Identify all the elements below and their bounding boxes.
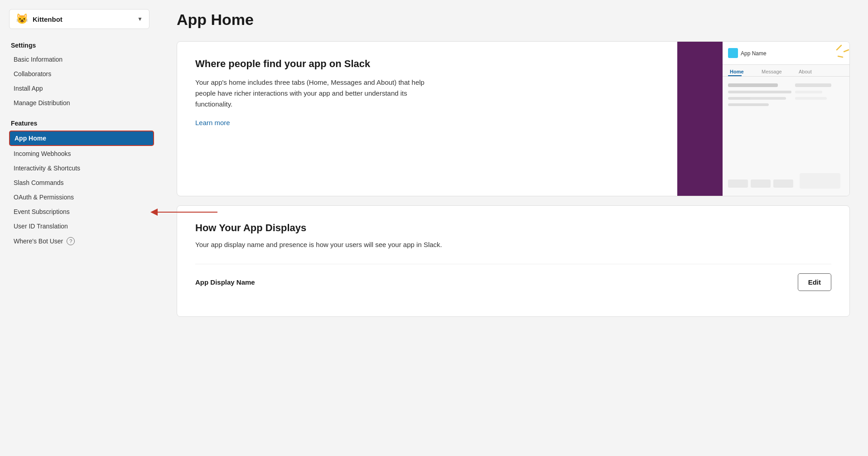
hero-title: Where people find your app on Slack [195, 58, 659, 70]
svg-rect-11 [728, 83, 778, 87]
settings-section: Settings Basic Information Collaborators… [9, 42, 163, 111]
sidebar-item-install-app[interactable]: Install App [9, 82, 154, 95]
app-display-name-label: App Display Name [195, 278, 255, 286]
sidebar-item-oauth-permissions[interactable]: OAuth & Permissions [9, 190, 154, 204]
app-display-name-row: App Display Name Edit [195, 264, 831, 300]
page-title: App Home [177, 11, 850, 29]
card-hero-content: Where people find your app on Slack Your… [177, 42, 677, 196]
display-card-body: Your app display name and presence is ho… [195, 239, 831, 250]
sidebar-item-collaborators[interactable]: Collaborators [9, 67, 154, 81]
svg-rect-0 [677, 42, 723, 196]
sidebar-item-wheres-bot-user[interactable]: Where's Bot User ? [9, 234, 154, 248]
chevron-down-icon: ▼ [137, 16, 143, 22]
sidebar-item-incoming-webhooks[interactable]: Incoming Webhooks [9, 147, 154, 160]
sidebar: 😺 Kittenbot ▼ Settings Basic Information… [0, 0, 163, 456]
svg-rect-7 [728, 75, 742, 76]
app-selector[interactable]: 😺 Kittenbot ▼ [9, 9, 149, 29]
sidebar-item-slash-commands[interactable]: Slash Commands [9, 176, 154, 189]
sidebar-item-app-home[interactable]: App Home [9, 131, 154, 146]
svg-text:Home: Home [730, 69, 744, 74]
sidebar-item-basic-information[interactable]: Basic Information [9, 53, 154, 66]
app-emoji: 😺 [16, 13, 28, 25]
svg-text:About: About [799, 69, 812, 74]
hero-body: Your app's home includes three tabs (Hom… [195, 77, 431, 110]
display-card: How Your App Displays Your app display n… [177, 205, 850, 317]
svg-rect-20 [728, 179, 748, 188]
svg-rect-19 [800, 173, 840, 189]
svg-rect-5 [723, 64, 849, 65]
svg-rect-3 [728, 48, 738, 58]
main-content: App Home Where people find your app on S… [163, 0, 868, 456]
edit-button[interactable]: Edit [798, 273, 831, 291]
app-name: Kittenbot [33, 15, 133, 23]
svg-rect-15 [728, 103, 769, 106]
card-hero-layout: Where people find your app on Slack Your… [177, 42, 849, 196]
sidebar-item-user-id-translation[interactable]: User ID Translation [9, 219, 154, 233]
sidebar-item-manage-distribution[interactable]: Manage Distribution [9, 96, 154, 110]
svg-rect-17 [795, 91, 822, 93]
svg-rect-21 [751, 179, 771, 188]
sidebar-item-event-subscriptions[interactable]: Event Subscriptions [9, 205, 154, 218]
display-card-title: How Your App Displays [195, 222, 831, 234]
svg-rect-12 [728, 91, 791, 93]
settings-section-label: Settings [9, 42, 163, 49]
display-card-content: How Your App Displays Your app display n… [177, 206, 849, 316]
hero-illustration: App Name Home Message About [677, 42, 849, 196]
svg-rect-16 [795, 83, 831, 87]
svg-rect-10 [723, 76, 849, 77]
svg-text:Message: Message [762, 69, 782, 74]
hero-card: Where people find your app on Slack Your… [177, 41, 850, 196]
features-section-label: Features [9, 120, 163, 127]
svg-rect-22 [773, 179, 793, 188]
svg-rect-14 [750, 97, 786, 100]
features-section: Features App Home Incoming Webhooks Inte… [9, 120, 163, 249]
learn-more-link[interactable]: Learn more [195, 119, 230, 126]
svg-text:App Name: App Name [741, 50, 767, 57]
help-icon[interactable]: ? [67, 237, 75, 245]
sidebar-item-interactivity-shortcuts[interactable]: Interactivity & Shortcuts [9, 161, 154, 175]
svg-rect-18 [795, 97, 827, 100]
